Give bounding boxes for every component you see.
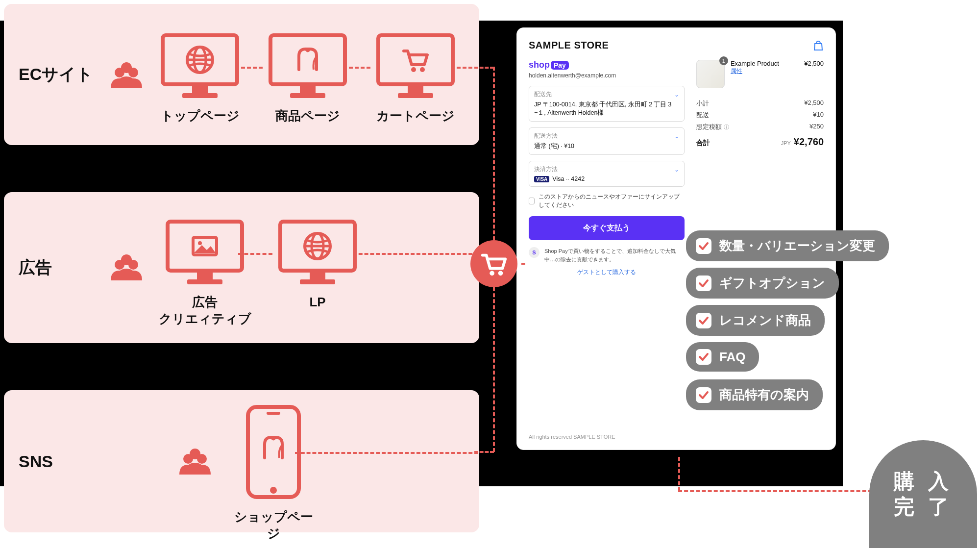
caption-top: トップページ xyxy=(156,108,244,125)
connector xyxy=(238,253,272,255)
caption-cart: カートページ xyxy=(371,108,460,125)
store-name: SAMPLE STORE xyxy=(529,40,609,51)
device-cart-page: カートページ xyxy=(371,33,460,125)
total-label: 合計 xyxy=(696,139,710,148)
feature-pill: FAQ xyxy=(686,342,759,372)
caption-product: 商品ページ xyxy=(264,108,352,125)
feature-pill: ギフトオプション xyxy=(686,268,839,299)
total-amount: ¥2,760 xyxy=(794,136,824,147)
product-row: 1 Example Product 属性 ¥2,500 xyxy=(696,60,824,88)
check-icon xyxy=(696,238,711,254)
checkbox-icon xyxy=(529,198,535,204)
shoppay-logo: shopPay xyxy=(529,60,685,70)
connector xyxy=(493,67,495,240)
device-top-page: トップページ xyxy=(156,33,244,125)
footer-rights: All rights reserved SAMPLE STORE xyxy=(529,434,615,440)
cart-hub-icon xyxy=(470,240,517,287)
device-product-page: 商品ページ xyxy=(264,33,352,125)
product-name: Example Product xyxy=(731,60,779,67)
device-lp: LP xyxy=(273,220,362,311)
check-icon xyxy=(696,276,711,291)
panel-ads-label: 広告 xyxy=(19,256,52,279)
panel-sns: SNS ショップページ xyxy=(4,390,479,532)
shoppay-note: S Shop Payで買い物をすることで、追加料金なしで大気中…の除去に貢献でき… xyxy=(529,247,685,263)
feature-pill: 数量・バリエーション変更 xyxy=(686,230,889,261)
guest-checkout-link[interactable]: ゲストとして購入する xyxy=(529,268,685,276)
chevron-down-icon: ⌄ xyxy=(674,91,679,98)
pay-now-button[interactable]: 今すぐ支払う xyxy=(529,216,685,240)
panel-ec-site: ECサイト トップページ 商品ページ カートページ xyxy=(4,4,479,145)
connector xyxy=(678,490,884,492)
connector xyxy=(295,452,478,454)
connector xyxy=(353,253,478,255)
product-thumb: 1 xyxy=(696,60,725,88)
caption-shop: ショップページ xyxy=(229,509,318,542)
device-ad-creative: 広告 クリエィティブ xyxy=(156,220,254,327)
connector xyxy=(474,67,494,69)
product-price: ¥2,500 xyxy=(804,60,824,67)
users-icon xyxy=(175,445,215,475)
product-attr-link[interactable]: 属性 xyxy=(731,67,779,75)
qty-badge: 1 xyxy=(719,56,728,65)
ship-method-field[interactable]: 配送方法 通常 (宅) · ¥10 ⌄ xyxy=(529,127,685,155)
check-icon xyxy=(696,313,711,328)
purchase-complete-badge: 購 入 完 了 xyxy=(869,440,977,548)
panel-sns-label: SNS xyxy=(19,452,53,471)
check-icon xyxy=(696,349,711,365)
feature-pill: 商品特有の案内 xyxy=(686,379,823,410)
connector xyxy=(235,67,263,69)
connector xyxy=(343,67,370,69)
connector xyxy=(474,451,494,453)
check-icon xyxy=(696,387,711,403)
chevron-down-icon: ⌄ xyxy=(674,166,679,173)
pay-method-field[interactable]: 決済方法 VISAVisa ·· 4242 ⌄ xyxy=(529,161,685,187)
feature-pill: レコメンド商品 xyxy=(686,305,825,336)
checkout-email: holden.altenwerth@example.com xyxy=(529,72,685,79)
chevron-down-icon: ⌄ xyxy=(674,133,679,140)
connector xyxy=(493,287,495,452)
caption-lp: LP xyxy=(273,294,362,311)
users-icon xyxy=(107,59,146,88)
newsletter-opt-in[interactable]: このストアからのニュースやオファーにサインアップしてください xyxy=(529,193,685,209)
device-shop-page: ショップページ xyxy=(229,404,318,542)
bag-icon xyxy=(813,40,824,51)
ship-to-field[interactable]: 配送先 JP 〒100-0014, 東京都 千代田区, 永田町２丁目３−１, A… xyxy=(529,86,685,122)
caption-ad-creative: 広告 クリエィティブ xyxy=(156,294,254,327)
panel-ads: 広告 広告 クリエィティブ LP xyxy=(4,192,479,343)
panel-ec-label: ECサイト xyxy=(19,63,93,86)
connector xyxy=(678,457,680,491)
users-icon xyxy=(107,251,146,280)
